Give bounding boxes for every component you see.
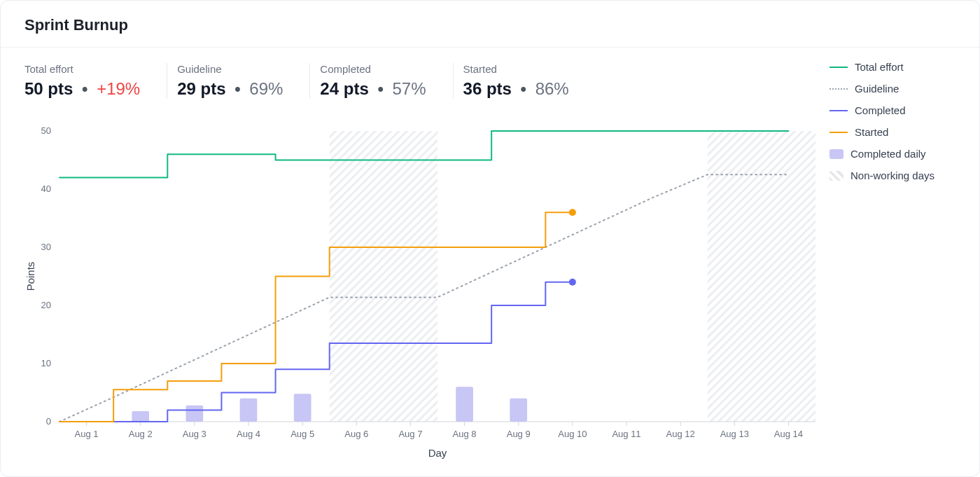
stat-pct: 86% bbox=[536, 79, 569, 98]
legend-total-effort: Total effort bbox=[830, 61, 955, 73]
x-tick-label: Aug 5 bbox=[290, 429, 314, 439]
stat-started: Started 36 pts • 86% bbox=[463, 63, 596, 99]
x-tick-label: Aug 9 bbox=[507, 429, 531, 439]
y-tick-label: 10 bbox=[41, 358, 51, 368]
legend-guideline: Guideline bbox=[830, 83, 955, 95]
x-tick-label: Aug 12 bbox=[666, 429, 695, 439]
stat-pct: 57% bbox=[392, 79, 426, 98]
card-title: Sprint Burnup bbox=[24, 16, 955, 34]
legend-label: Total effort bbox=[855, 61, 904, 73]
y-tick-label: 50 bbox=[41, 125, 51, 136]
chart-area: 01020304050Aug 1Aug 2Aug 3Aug 4Aug 5Aug … bbox=[24, 124, 955, 462]
x-tick-label: Aug 10 bbox=[558, 429, 587, 439]
stat-label: Started bbox=[463, 63, 569, 75]
series-completed bbox=[59, 282, 573, 422]
x-tick-label: Aug 4 bbox=[237, 429, 260, 439]
y-tick-label: 40 bbox=[41, 184, 51, 194]
stat-value: 29 pts • 69% bbox=[177, 79, 283, 99]
x-tick-label: Aug 11 bbox=[612, 429, 640, 439]
completed-daily-bar bbox=[132, 411, 149, 422]
x-tick-label: Aug 7 bbox=[398, 429, 422, 439]
stat-total-effort: Total effort 50 pts • +19% bbox=[24, 63, 167, 99]
non-working-day bbox=[384, 131, 438, 422]
x-tick-label: Aug 3 bbox=[183, 429, 206, 439]
completed-daily-bar bbox=[240, 399, 258, 422]
card-header: Sprint Burnup bbox=[1, 1, 979, 48]
legend-swatch-dashed bbox=[830, 88, 848, 90]
x-tick-label: Aug 6 bbox=[344, 429, 368, 439]
burnup-chart: 01020304050Aug 1Aug 2Aug 3Aug 4Aug 5Aug … bbox=[24, 124, 822, 464]
sprint-burnup-card: Sprint Burnup Total effort 50 pts • +19%… bbox=[0, 0, 980, 477]
completed-daily-bar bbox=[186, 406, 204, 422]
completed-daily-bar bbox=[510, 399, 527, 422]
legend-swatch-line bbox=[830, 110, 848, 111]
y-axis-label: Points bbox=[24, 262, 36, 291]
stat-delta: +19% bbox=[97, 79, 140, 98]
stat-pct: 69% bbox=[249, 79, 283, 98]
separator-dot: • bbox=[377, 79, 383, 98]
series-started bbox=[59, 212, 573, 422]
separator-dot: • bbox=[521, 79, 526, 98]
legend-swatch-line bbox=[830, 67, 848, 68]
legend-label: Guideline bbox=[855, 83, 899, 95]
completed-daily-bar bbox=[456, 387, 473, 422]
stat-label: Guideline bbox=[177, 63, 283, 75]
stat-value-text: 24 pts bbox=[320, 79, 368, 98]
completed-daily-bar bbox=[294, 394, 312, 422]
legend-label: Completed bbox=[855, 104, 906, 116]
stat-value: 24 pts • 57% bbox=[320, 79, 426, 99]
stat-value-text: 29 pts bbox=[177, 79, 225, 98]
x-tick-label: Aug 1 bbox=[75, 429, 99, 439]
stat-completed: Completed 24 pts • 57% bbox=[320, 63, 453, 99]
stat-value-text: 50 pts bbox=[24, 79, 73, 98]
x-tick-label: Aug 13 bbox=[720, 429, 749, 439]
separator-dot: • bbox=[234, 79, 240, 98]
x-tick-label: Aug 14 bbox=[774, 429, 803, 439]
stat-value: 50 pts • +19% bbox=[24, 79, 140, 99]
y-tick-label: 0 bbox=[46, 416, 51, 427]
stat-guideline: Guideline 29 pts • 69% bbox=[177, 63, 310, 99]
x-axis-label: Day bbox=[428, 447, 447, 459]
stat-value-text: 36 pts bbox=[463, 79, 512, 98]
stat-label: Completed bbox=[320, 63, 426, 75]
non-working-day bbox=[330, 131, 384, 422]
stat-label: Total effort bbox=[24, 63, 140, 75]
series-end-marker bbox=[569, 279, 576, 286]
y-tick-label: 30 bbox=[41, 242, 51, 252]
y-tick-label: 20 bbox=[41, 300, 51, 310]
x-tick-label: Aug 8 bbox=[453, 429, 477, 439]
x-tick-label: Aug 2 bbox=[129, 429, 153, 439]
separator-dot: • bbox=[82, 79, 88, 98]
legend-completed: Completed bbox=[830, 104, 955, 116]
series-end-marker bbox=[569, 209, 576, 216]
stat-value: 36 pts • 86% bbox=[463, 79, 569, 99]
